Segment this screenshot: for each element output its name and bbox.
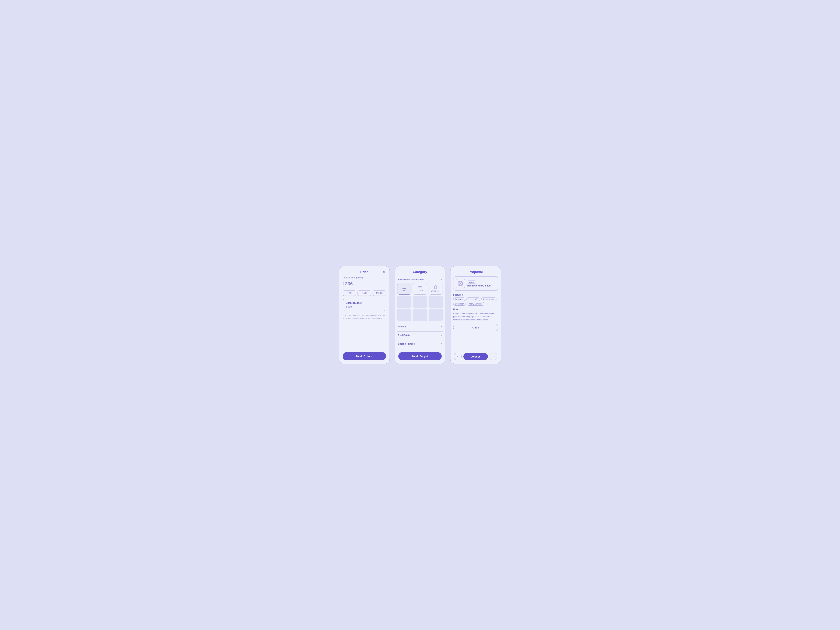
preset-10000[interactable]: € 10000 [373, 291, 386, 296]
proposal-header: Proposal [450, 266, 501, 276]
price-input[interactable] [345, 281, 386, 286]
features-title: Features [453, 294, 498, 296]
smartphone-icon [434, 286, 437, 289]
laptop-item[interactable]: Laptop [397, 283, 411, 295]
svg-point-2 [419, 287, 419, 287]
price-presets: € 200 € 500 € 10000 [343, 291, 386, 296]
back-icon[interactable]: ← [343, 270, 347, 274]
electronics-grid: Laptop [397, 283, 443, 321]
real-estate-section: Real Estate ∨ [397, 332, 443, 338]
price-title: Price [347, 270, 382, 274]
feature-retina: Retina screen [481, 297, 496, 301]
feature-keyboard: Azerty Keyboard [467, 302, 485, 306]
screens-container: ← Price × Choose your pricing € € 200 € … [339, 266, 501, 364]
vehicle-title: Vehicle [398, 325, 406, 328]
svg-point-6 [421, 287, 421, 287]
proposal-footer: × Accept ↺ [450, 350, 501, 364]
features-tags: 24 gb ram 512 gb SSD Retina screen 14" s… [453, 297, 498, 306]
back-icon[interactable]: ← [398, 270, 403, 274]
price-screen: ← Price × Choose your pricing € € 200 € … [339, 266, 390, 364]
next-options-button[interactable]: Next: Options [343, 352, 386, 360]
svg-point-7 [420, 287, 421, 288]
real-estate-title: Real Estate [398, 334, 410, 336]
note-section: Note Il s'agit d'un exemple d'une note q… [453, 308, 498, 321]
electronics-section: Electronics Accessories ∧ Laptop [397, 276, 443, 321]
next-bold: Next: [356, 355, 363, 358]
close-icon[interactable]: × [437, 270, 442, 274]
proposal-screen: Proposal Laptop Macbook Air M2 Silver [450, 266, 501, 364]
chevron-up-icon: ∧ [440, 278, 442, 281]
feature-screen: 14" screen [453, 302, 466, 306]
real-estate-header[interactable]: Real Estate ∨ [397, 332, 443, 338]
price-input-container: € [343, 281, 386, 287]
budget-note: The client have strict budget and is not… [343, 314, 386, 320]
smartphone-item[interactable]: Smartphone [429, 283, 443, 295]
vehicle-section: Vehicle ∨ [397, 324, 443, 330]
empty-item-2 [413, 296, 427, 308]
reject-button[interactable]: × [454, 353, 462, 360]
console-label: Console [417, 290, 423, 292]
electronics-title: Electronics Accessories [398, 278, 424, 281]
features-section: Features 24 gb ram 512 gb SSD Retina scr… [453, 294, 498, 306]
proposal-content: Laptop Macbook Air M2 Silver Features 24… [450, 276, 501, 350]
product-info: Laptop Macbook Air M2 Silver [467, 280, 496, 287]
price-footer: Next: Options [339, 349, 390, 364]
note-title: Note [453, 308, 498, 311]
category-footer: Next: Budget [395, 349, 445, 364]
electronics-header[interactable]: Electronics Accessories ∧ [397, 276, 443, 283]
category-screen: ← Category × Electronics Accessories ∧ [395, 266, 445, 364]
console-item[interactable]: Console [413, 283, 427, 295]
preset-500[interactable]: € 500 [357, 291, 371, 296]
smartphone-label: Smartphone [431, 290, 440, 292]
svg-rect-0 [403, 286, 406, 288]
client-budget-box: Client Budget € 400 [343, 299, 386, 311]
choose-pricing-label: Choose your pricing [343, 276, 386, 279]
client-budget-title: Client Budget [346, 302, 383, 304]
product-name: Macbook Air M2 Silver [467, 284, 496, 287]
product-category-badge: Laptop [467, 281, 476, 284]
vehicle-header[interactable]: Vehicle ∨ [397, 324, 443, 330]
proposal-price-button[interactable]: € 500 [453, 324, 498, 331]
euro-symbol: € [343, 282, 344, 286]
preset-200[interactable]: € 200 [343, 291, 356, 296]
sport-section: Sport & Fitness ∨ [397, 341, 443, 347]
category-title: Category [403, 270, 437, 274]
category-header: ← Category × [395, 266, 445, 276]
svg-point-5 [420, 287, 421, 287]
refresh-button[interactable]: ↺ [489, 353, 497, 360]
console-icon [418, 286, 422, 289]
product-box: Laptop Macbook Air M2 Silver [453, 276, 498, 291]
empty-item-6 [429, 309, 443, 321]
svg-point-8 [420, 287, 420, 287]
product-image [456, 279, 465, 288]
sport-chevron: ∨ [440, 342, 442, 345]
svg-rect-1 [418, 286, 422, 288]
accept-button[interactable]: Accept [463, 353, 488, 360]
next-rest: Options [363, 355, 373, 358]
next-bold: Next: [412, 355, 419, 358]
real-estate-chevron: ∨ [440, 334, 442, 336]
vehicle-chevron: ∨ [440, 325, 442, 328]
sport-header[interactable]: Sport & Fitness ∨ [397, 341, 443, 347]
close-icon[interactable]: × [382, 270, 386, 274]
category-content: Electronics Accessories ∧ Laptop [395, 276, 445, 349]
feature-ssd: 512 gb SSD [466, 297, 480, 301]
feature-ram: 24 gb ram [453, 297, 465, 301]
price-content: Choose your pricing € € 200 € 500 € 1000… [339, 276, 390, 349]
empty-item-5 [413, 309, 427, 321]
empty-item-3 [429, 296, 443, 308]
sport-title: Sport & Fitness [398, 343, 415, 345]
next-rest: Budget [419, 355, 428, 358]
price-header: ← Price × [339, 266, 390, 276]
proposal-title: Proposal [458, 270, 493, 274]
empty-item-1 [397, 296, 411, 308]
laptop-icon [403, 286, 406, 289]
note-text: Il s'agit d'un exemple d'une note que le… [453, 312, 498, 321]
next-budget-button[interactable]: Next: Budget [398, 352, 442, 360]
empty-item-4 [397, 309, 411, 321]
laptop-label: Laptop [402, 289, 407, 291]
client-budget-value: € 400 [346, 305, 383, 308]
